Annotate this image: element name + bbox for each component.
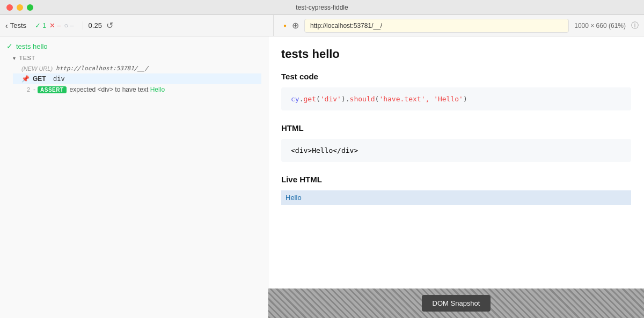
live-html-row[interactable]: Hello: [281, 190, 631, 205]
assert-value: Hello: [150, 86, 165, 93]
reload-button[interactable]: ↺: [106, 20, 113, 31]
fail-stat: ✕ –: [49, 21, 61, 29]
code-paren2: ): [341, 95, 346, 103]
new-url-label: (NEW URL): [21, 65, 53, 72]
log-get-row[interactable]: 📌 GET div: [13, 73, 261, 84]
pass-stat: ✓ 1: [35, 21, 46, 29]
test-suite: ✓ tests hello ▾ TEST (NEW URL) http://lo…: [0, 36, 268, 100]
page-title: tests hello: [281, 47, 631, 61]
suite-check-icon: ✓: [6, 42, 13, 50]
check-icon: ✓: [35, 21, 41, 29]
get-target: div: [53, 75, 65, 83]
assert-badge: ASSERT: [38, 86, 67, 93]
app-container: ‹ Tests ✓ 1 ✕ – ○ – 0.25 ↺ ●: [0, 15, 644, 318]
test-stats: ✓ 1 ✕ – ○ –: [35, 21, 74, 29]
test-duration: 0.25: [83, 21, 102, 29]
code-assertion-args: 'have.text', 'Hello': [379, 95, 463, 103]
pending-stat: ○ –: [64, 21, 74, 29]
suite-header: ✓ tests hello: [0, 40, 268, 53]
get-method-label: GET: [33, 75, 49, 83]
back-arrow-icon: ‹: [5, 21, 8, 30]
circle-icon: ○: [64, 21, 68, 29]
log-assert-row: 2 - ASSERT expected <div> to have text H…: [13, 84, 261, 95]
pass-count: 1: [42, 21, 46, 29]
test-code-block: cy.get('div').should('have.text', 'Hello…: [281, 87, 631, 110]
log-new-url: (NEW URL) http://localhost:53781/__/: [13, 63, 261, 73]
html-code-block: <div>Hello</div>: [281, 139, 631, 162]
window-controls[interactable]: [6, 4, 33, 11]
code-paren4: ): [463, 95, 467, 103]
title-bar: test-cypress-fiddle: [0, 0, 644, 15]
test-code-section: Test code cy.get('div').should('have.tex…: [281, 72, 631, 110]
toolbar-right: ● ⊕ 1000 × 660 (61%) ⓘ: [278, 19, 639, 33]
close-button[interactable]: [6, 4, 13, 11]
code-selector-arg: 'div': [320, 95, 341, 103]
test-item: ▾ TEST (NEW URL) http://localhost:53781/…: [0, 53, 268, 97]
assert-before: expected: [70, 86, 96, 93]
dash-icon: -: [33, 86, 35, 93]
viewport-info: 1000 × 660 (61%): [574, 22, 626, 29]
assert-mid: to have text: [115, 86, 148, 93]
live-html-title: Live HTML: [281, 175, 631, 184]
url-input[interactable]: [304, 19, 569, 33]
test-label: ▾ TEST: [13, 55, 261, 61]
left-panel: ✓ tests hello ▾ TEST (NEW URL) http://lo…: [0, 36, 268, 318]
code-paren1: (: [316, 95, 320, 103]
test-block-label: TEST: [19, 55, 35, 61]
minimize-button[interactable]: [17, 4, 23, 11]
chevron-icon: ▾: [13, 55, 16, 61]
right-panel: tests hello Test code cy.get('div').shou…: [268, 36, 644, 318]
test-code-title: Test code: [281, 72, 631, 81]
dom-snapshot-bar: DOM Snapshot: [268, 289, 644, 318]
fail-count: –: [57, 21, 61, 29]
status-dot: ●: [283, 23, 287, 28]
code-dot2: .: [346, 95, 350, 103]
maximize-button[interactable]: [27, 4, 33, 11]
content-area: ✓ tests hello ▾ TEST (NEW URL) http://lo…: [0, 36, 644, 318]
code-cy: cy: [291, 95, 299, 103]
right-content: tests hello Test code cy.get('div').shou…: [268, 36, 644, 289]
assert-number: 2: [21, 86, 30, 93]
back-label: Tests: [10, 21, 26, 29]
new-url-value: http://localhost:53781/__/: [56, 65, 148, 72]
back-button[interactable]: ‹ Tests: [5, 21, 26, 30]
code-get: get: [303, 95, 316, 103]
assert-tag: <div>: [98, 86, 115, 93]
info-icon[interactable]: ⓘ: [631, 21, 639, 31]
live-html-value: Hello: [286, 194, 302, 202]
suite-name: tests hello: [16, 42, 48, 50]
html-section: HTML <div>Hello</div>: [281, 123, 631, 162]
pin-icon: 📌: [21, 75, 30, 83]
window-title: test-cypress-fiddle: [296, 4, 348, 11]
html-title: HTML: [281, 123, 631, 132]
live-html-section: Live HTML Hello: [281, 175, 631, 205]
toolbar: ‹ Tests ✓ 1 ✕ – ○ – 0.25 ↺ ●: [0, 15, 644, 36]
code-should: should: [350, 95, 375, 103]
toolbar-left: ‹ Tests ✓ 1 ✕ – ○ – 0.25 ↺: [5, 15, 274, 36]
html-code: <div>Hello</div>: [291, 146, 358, 154]
dom-snapshot-button[interactable]: DOM Snapshot: [422, 295, 491, 312]
pending-count: –: [70, 21, 74, 29]
assert-text: expected <div> to have text Hello: [70, 86, 165, 93]
x-icon: ✕: [49, 21, 55, 29]
aim-icon[interactable]: ⊕: [292, 20, 299, 31]
